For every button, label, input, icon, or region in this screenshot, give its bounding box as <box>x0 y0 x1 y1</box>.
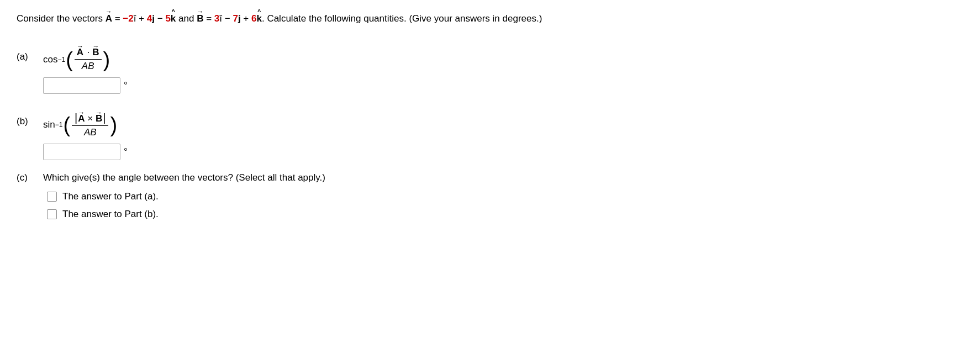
part-c-section: (c) Which give(s) the angle between the … <box>17 172 963 220</box>
part-a-answer-row: ° <box>43 77 963 94</box>
fraction-b-denominator: AB <box>82 126 99 138</box>
option-b-checkbox[interactable] <box>47 209 57 219</box>
option-a-label: The answer to Part (a). <box>62 191 159 202</box>
part-a-input[interactable] <box>43 77 120 94</box>
part-b-row: (b) sin−1 ( |A × B| AB ) <box>17 106 963 138</box>
option-b-label: The answer to Part (b). <box>62 209 159 220</box>
part-b-answer-row: ° <box>43 144 963 160</box>
cross-symbol: × <box>85 113 96 124</box>
part-b-input[interactable] <box>43 144 120 160</box>
close-paren-b: ) <box>110 114 117 135</box>
vector-A-components: = −2î + 4j − 5k <box>115 13 176 24</box>
part-c-label: (c) <box>17 172 38 183</box>
vector-A-label: A <box>106 11 112 26</box>
part-a-expression: cos−1 ( A · B AB ) <box>43 47 110 72</box>
close-paren-a: ) <box>103 49 110 70</box>
fraction-a: A · B AB <box>75 47 102 72</box>
and-text: and <box>178 13 197 24</box>
option-a-checkbox[interactable] <box>47 192 57 202</box>
vec-B-cross: B <box>96 113 102 124</box>
problem-statement: Consider the vectors A = −2î + 4j − 5k a… <box>17 11 963 26</box>
part-c-question: (c) Which give(s) the angle between the … <box>17 172 963 183</box>
vector-B-label: B <box>197 11 203 26</box>
option-a-row[interactable]: The answer to Part (a). <box>47 191 963 202</box>
abs-open: | <box>75 112 77 124</box>
part-b-degree: ° <box>124 146 128 157</box>
open-paren-a: ( <box>66 49 73 70</box>
part-a-row: (a) cos−1 ( A · B AB ) <box>17 41 963 72</box>
vector-B-components: = 3î − 7j + 6k. <box>206 13 264 24</box>
fraction-a-numerator: A · B <box>75 47 102 60</box>
option-b-row[interactable]: The answer to Part (b). <box>47 209 963 220</box>
sin-function: sin <box>43 119 55 130</box>
fraction-b: |A × B| AB <box>72 112 108 138</box>
vec-A-cross: A <box>78 113 85 124</box>
abs-close: | <box>103 112 106 124</box>
vec-B-num: B <box>92 47 99 58</box>
vec-A-num: A <box>77 47 83 58</box>
cos-function: cos <box>43 54 57 65</box>
sin-exponent: −1 <box>55 121 63 129</box>
part-b-expression: sin−1 ( |A × B| AB ) <box>43 112 118 138</box>
part-a-degree: ° <box>124 80 128 91</box>
dot-product-symbol: · <box>87 47 92 57</box>
part-c-question-text: Which give(s) the angle between the vect… <box>43 172 325 183</box>
fraction-a-denominator: AB <box>80 60 97 72</box>
part-a-label: (a) <box>17 51 38 62</box>
open-paren-b: ( <box>63 114 70 135</box>
intro-text: Consider the vectors <box>17 13 106 24</box>
part-b-label: (b) <box>17 116 38 127</box>
cos-exponent: −1 <box>57 56 65 64</box>
instruction-text: Calculate the following quantities. (Giv… <box>267 13 542 24</box>
fraction-b-numerator: |A × B| <box>72 112 108 126</box>
